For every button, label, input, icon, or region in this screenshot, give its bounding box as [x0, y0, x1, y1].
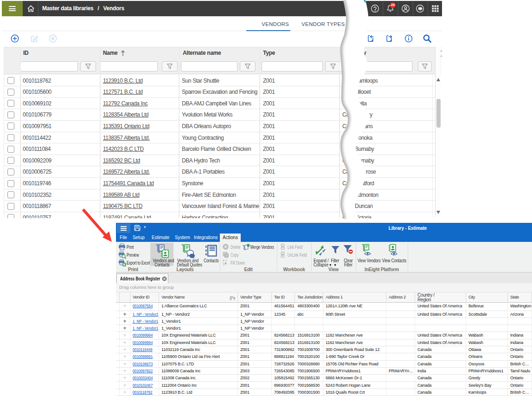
expand-row-icon[interactable]: + — [123, 368, 127, 374]
vendor-name-link[interactable]: 1169572 Alberta Ltd. — [103, 169, 150, 175]
filter-input-type[interactable] — [262, 61, 323, 71]
filter-button-type[interactable] — [325, 61, 341, 71]
filter-button-alternate[interactable] — [240, 61, 256, 71]
vendor-name-link[interactable]: 1165292 BC Ltd — [103, 157, 140, 164]
vendor-id-link[interactable]: 0010102467 — [133, 382, 153, 389]
row-checkbox[interactable] — [7, 214, 14, 218]
search-icon[interactable] — [423, 34, 432, 43]
row-checkbox[interactable] — [7, 180, 14, 187]
vendor-name-link[interactable]: 1189589 AB Ltd — [103, 192, 140, 198]
menu-actions-active-tab[interactable]: Actions — [220, 234, 241, 242]
row-checkbox[interactable] — [7, 203, 14, 210]
expand-row-icon[interactable]: + — [123, 318, 127, 325]
vendor-id-link[interactable]: 0010033404 — [133, 375, 153, 381]
expand-row-icon[interactable]: + — [123, 361, 127, 367]
vendor-name-link[interactable]: 1197491 Canada Ltd — [103, 214, 151, 218]
vendor-name-link[interactable]: 1135391 Ontario Ltd — [103, 123, 149, 130]
column-header-id[interactable]: ID — [23, 50, 28, 56]
row-checkbox[interactable] — [7, 191, 14, 198]
expand-row-icon[interactable]: + — [123, 325, 127, 331]
row-checkbox[interactable] — [7, 169, 14, 175]
expand-row-icon[interactable]: + — [123, 353, 127, 360]
row-checkbox[interactable] — [7, 123, 14, 130]
row-checkbox[interactable] — [7, 111, 14, 118]
vendor-name-link[interactable]: 112792 Canada Inc — [103, 100, 147, 107]
filter-button[interactable]: Filter ▾ — [329, 243, 341, 266]
add-vendor-button[interactable] — [11, 34, 19, 43]
grid-header-name[interactable]: Vendor Name — [159, 292, 238, 303]
grid-header-taxjur[interactable]: Tax Jurisdiction — [295, 292, 323, 303]
grid-header-addr2[interactable]: Address 2 — [386, 292, 415, 303]
filter-input-name[interactable] — [100, 61, 158, 71]
vendor-name-link[interactable]: 1127571 B.C. Ltd — [103, 89, 143, 95]
filter-input-alternate[interactable] — [181, 61, 237, 71]
vendor-id-link[interactable]: 0010099994 — [133, 339, 153, 346]
vendor-name-link[interactable]: 1123910 B.C. Ltd — [103, 78, 143, 84]
scroll-up-arrow[interactable] — [436, 78, 440, 81]
vendor-id-link[interactable]: 0010087554 — [133, 303, 153, 310]
estimate-menu-button[interactable] — [117, 223, 130, 233]
vendor-id-link[interactable]: 0010098991 — [133, 353, 153, 360]
filter-input-country[interactable] — [340, 61, 351, 71]
layout-vendors-and-default-quotes-button[interactable]: Vendors and Default Quotes — [174, 243, 201, 266]
vendor-name-link[interactable]: 1190475 BC LTD — [103, 203, 142, 209]
apps-grid-icon[interactable] — [431, 4, 440, 13]
filter-button-city[interactable] — [418, 61, 432, 71]
expand-row-icon[interactable]: + — [123, 382, 127, 389]
import-button[interactable] — [366, 34, 375, 43]
filter-button-name[interactable] — [162, 61, 178, 71]
quick-access-dropdown-icon[interactable]: ▾ — [144, 225, 146, 229]
menu-estimate[interactable]: Estimate — [152, 234, 169, 242]
vendor-id-link[interactable]: 0010097822 — [133, 368, 153, 374]
expand-row-icon[interactable]: + — [123, 311, 127, 318]
grid-header-country[interactable]: Country /Region — [415, 292, 466, 303]
account-icon[interactable] — [401, 4, 410, 13]
expand-row-icon[interactable]: + — [123, 303, 127, 309]
grid-header-id[interactable]: Vendor ID — [130, 292, 159, 303]
vendor-id-link[interactable]: 0010099994 — [133, 332, 153, 338]
main-menu-button[interactable] — [2, 1, 23, 16]
tab-vendors[interactable]: VENDORS — [253, 16, 297, 31]
filter-input-city[interactable] — [353, 61, 412, 71]
row-checkbox[interactable] — [7, 77, 14, 84]
vendor-id-link[interactable]: 1_NP - Vendor1 — [133, 325, 158, 331]
vertical-scrollbar[interactable] — [435, 47, 441, 217]
view-contacts-button[interactable]: View Contacts — [380, 243, 405, 266]
expand-row-icon[interactable]: + — [123, 346, 127, 353]
export-button[interactable] — [385, 34, 393, 43]
expand-collapse-button[interactable]: Expand / Collapse ▾ — [312, 243, 328, 266]
home-icon[interactable] — [26, 4, 35, 13]
vendor-name-link[interactable]: 1142023 B.C LTD — [103, 146, 144, 152]
expand-row-icon[interactable]: + — [123, 389, 127, 396]
scroll-down-arrow[interactable] — [436, 211, 440, 214]
layout-vendors-and-contacts-button[interactable]: Vendors and Contacts — [151, 243, 173, 266]
vendor-id-link[interactable]: 1_NP - Vendor1 — [133, 318, 158, 325]
grid-header-addr1[interactable]: Address 1 — [323, 292, 386, 303]
row-checkbox[interactable] — [7, 146, 14, 153]
filter-input-id[interactable] — [20, 61, 78, 71]
grid-header-city[interactable]: City — [466, 292, 508, 303]
help-icon[interactable] — [371, 4, 379, 13]
row-checkbox[interactable] — [7, 100, 14, 107]
view-vendors-button[interactable]: View Vendors — [356, 243, 376, 266]
clear-filter-button[interactable]: Clear Filter — [342, 243, 355, 266]
layout-contacts-button[interactable]: Contacts — [202, 243, 219, 266]
grid-header-state[interactable]: State — [508, 292, 532, 303]
column-header-city[interactable]: City — [356, 50, 366, 56]
filter-button-id[interactable] — [80, 61, 96, 71]
vendor-name-link[interactable]: 1128354 Alberta Ltd — [103, 111, 148, 118]
row-checkbox[interactable] — [7, 134, 14, 141]
menu-file[interactable]: File — [120, 234, 127, 242]
menu-setup[interactable]: Setup — [133, 234, 145, 242]
vendor-id-link[interactable]: 0010119449 — [133, 346, 153, 353]
tab-address-book-register[interactable]: Address Book Register — [116, 273, 168, 283]
vendor-name-link[interactable]: 11754491 Canada Ltd — [103, 180, 154, 187]
delete-vendor-button[interactable] — [49, 34, 57, 43]
tab-vendor-types[interactable]: VENDOR TYPES — [301, 16, 343, 31]
menu-system[interactable]: System — [175, 234, 190, 242]
expand-row-icon[interactable]: + — [123, 375, 127, 381]
grid-header-taxid[interactable]: Tax ID — [272, 292, 295, 303]
scrollbar-thumb[interactable] — [436, 99, 441, 128]
vendor-id-link[interactable]: 1_NP - Vendor2 — [133, 311, 158, 318]
row-checkbox[interactable] — [7, 157, 14, 164]
